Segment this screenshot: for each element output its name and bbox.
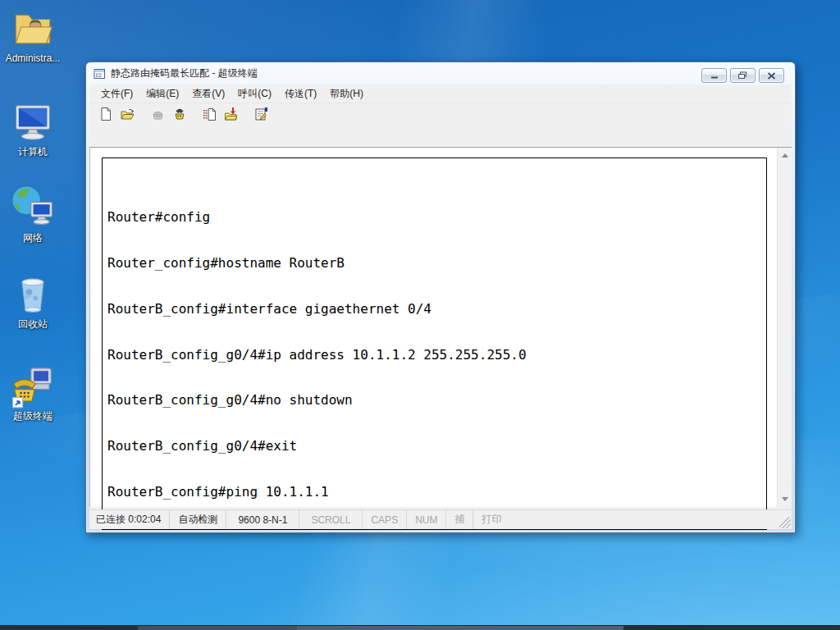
terminal-line: RouterB_config#ping 10.1.1.1 <box>107 485 763 500</box>
status-autodetect: 自动检测 <box>170 510 226 529</box>
disconnect-icon <box>171 107 187 121</box>
status-caps: CAPS <box>363 510 407 529</box>
window-titlebar[interactable]: 静态路由掩码最长匹配 - 超级终端 <box>86 62 795 84</box>
desktop-icon-computer[interactable]: 计算机 <box>2 98 64 158</box>
taskbar-edge <box>0 625 840 630</box>
scroll-down-icon <box>782 497 788 501</box>
receive-file-icon <box>223 107 239 121</box>
close-icon <box>767 72 776 80</box>
network-icon <box>9 183 57 231</box>
close-button[interactable] <box>759 68 784 83</box>
send-file-icon <box>202 107 217 121</box>
menu-bar: 文件(F) 编辑(E) 查看(V) 呼叫(C) 传送(T) 帮助(H) <box>89 84 792 103</box>
menu-file[interactable]: 文件(F) <box>94 84 139 103</box>
terminal-line: RouterB_config_g0/4#exit <box>107 439 763 454</box>
properties-icon <box>253 107 269 121</box>
status-connection: 已连接 0:02:04 <box>89 510 170 529</box>
status-filler <box>509 510 779 529</box>
properties-button[interactable] <box>250 104 272 124</box>
desktop-icon-label: Administra... <box>2 52 64 64</box>
status-capture: 捕 <box>446 510 473 529</box>
menu-view[interactable]: 查看(V) <box>185 84 231 103</box>
vertical-scrollbar[interactable] <box>777 148 792 507</box>
desktop-icon-label: 回收站 <box>2 318 64 330</box>
hyperterminal-icon <box>9 361 57 409</box>
minimize-button[interactable] <box>701 68 727 83</box>
open-button[interactable] <box>116 104 138 124</box>
receive-file-button[interactable] <box>220 104 241 124</box>
new-connection-button[interactable] <box>95 104 116 124</box>
scroll-up-icon <box>782 153 788 158</box>
terminal-line: RouterB_config_g0/4#no shutdown <box>107 393 763 409</box>
open-icon <box>120 107 135 121</box>
status-num: NUM <box>407 510 446 529</box>
hyperterminal-window: 静态路由掩码最长匹配 - 超级终端 文件(F) 编辑(E) 查看(V) 呼叫(C… <box>85 62 796 533</box>
recycle-bin-icon <box>10 271 56 317</box>
call-button[interactable] <box>147 104 168 124</box>
status-scroll: SCROLL <box>299 510 363 529</box>
desktop-icon-administrator[interactable]: Administra... <box>2 7 64 64</box>
window-client-area: 文件(F) 编辑(E) 查看(V) 呼叫(C) 传送(T) 帮助(H) <box>89 84 792 529</box>
status-print: 打印 <box>473 510 509 529</box>
status-bar: 已连接 0:02:04 自动检测 9600 8-N-1 SCROLL CAPS … <box>89 509 792 529</box>
restore-icon <box>737 71 748 80</box>
desktop-icon-recycle-bin[interactable]: 回收站 <box>2 271 64 330</box>
desktop-icon-label: 网络 <box>2 232 64 244</box>
scroll-up-button[interactable] <box>778 148 792 162</box>
terminal-line: Router_config#hostname RouterB <box>107 256 763 272</box>
user-folder-icon <box>11 7 55 51</box>
scroll-down-button[interactable] <box>778 492 792 506</box>
computer-icon <box>10 98 56 144</box>
terminal-line: RouterB_config#interface gigaethernet 0/… <box>107 302 763 317</box>
window-title: 静态路由掩码最长匹配 - 超级终端 <box>111 66 258 80</box>
status-port-settings: 9600 8-N-1 <box>226 510 299 529</box>
menu-call[interactable]: 呼叫(C) <box>231 84 278 103</box>
disconnect-button[interactable] <box>168 104 189 124</box>
terminal-line: RouterB_config_g0/4#ip address 10.1.1.2 … <box>107 348 763 363</box>
desktop-icon-hyperterminal[interactable]: 超级终端 <box>2 361 64 422</box>
desktop-icon-label: 计算机 <box>2 146 64 158</box>
desktop-icon-label: 超级终端 <box>2 410 64 422</box>
terminal-line: Router#config <box>107 210 763 226</box>
toolbar <box>89 103 792 125</box>
resize-grip[interactable] <box>779 517 791 528</box>
terminal-screen[interactable]: Router#config Router_config#hostname Rou… <box>102 158 767 530</box>
restore-button[interactable] <box>730 68 756 83</box>
menu-edit[interactable]: 编辑(E) <box>139 84 185 103</box>
terminal-view: Router#config Router_config#hostname Rou… <box>89 147 792 507</box>
send-file-button[interactable] <box>199 104 220 124</box>
menu-help[interactable]: 帮助(H) <box>323 84 370 103</box>
menu-transfer[interactable]: 传送(T) <box>278 84 323 103</box>
minimize-icon <box>710 72 719 80</box>
new-connection-icon <box>98 107 113 121</box>
desktop-icon-network[interactable]: 网络 <box>2 183 64 244</box>
call-icon <box>150 107 166 121</box>
window-title-icon <box>94 68 106 80</box>
